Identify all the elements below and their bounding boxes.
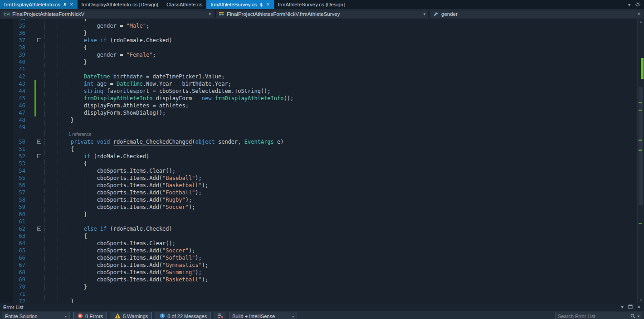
code-editor[interactable]: 34 {35 gender = "Male";36 }37− else if (… bbox=[0, 19, 644, 303]
code-line[interactable]: 67 cboSports.Items.Add("Gymnastics"); bbox=[0, 261, 637, 269]
line-number[interactable]: 51 bbox=[0, 145, 25, 153]
line-number[interactable]: 68 bbox=[0, 269, 25, 276]
code-line[interactable]: 49 bbox=[0, 124, 637, 131]
line-number[interactable]: 34 bbox=[0, 19, 25, 22]
pin-icon[interactable] bbox=[63, 3, 67, 7]
panel-menu-chevron-icon[interactable]: ▾ bbox=[621, 304, 624, 309]
code-line[interactable]: 62− else if (rdoFemale.Checked) bbox=[0, 225, 637, 232]
code-line[interactable]: 42 DateTime birthdate = dateTimePicker1.… bbox=[0, 73, 637, 80]
line-number[interactable]: 55 bbox=[0, 174, 25, 182]
code-line[interactable]: 39 gender = "Female"; bbox=[0, 51, 637, 58]
code-line[interactable]: 37− else if (rdoFemale.Checked) bbox=[0, 37, 637, 44]
line-number[interactable]: 69 bbox=[0, 276, 25, 283]
code-text[interactable]: if (rdoMale.Checked) bbox=[44, 153, 149, 160]
tab-frmDisplayAthleteInfo-cs-design[interactable]: frmDisplayAthleteInfo.cs [Design] bbox=[78, 0, 162, 9]
line-number[interactable]: 46 bbox=[0, 102, 25, 109]
code-text[interactable]: cboSports.Items.Add("Rugby"); bbox=[44, 196, 192, 203]
code-text[interactable]: frmDisplayAthleteInfo displayForm = new … bbox=[44, 95, 293, 102]
fold-marker[interactable]: − bbox=[37, 154, 41, 158]
codelens-row[interactable]: 1 reference bbox=[0, 131, 637, 138]
code-area[interactable]: 34 {35 gender = "Male";36 }37− else if (… bbox=[0, 19, 637, 303]
code-line[interactable]: 54 cboSports.Items.Clear(); bbox=[0, 167, 637, 174]
warnings-filter-button[interactable]: 5 Warnings bbox=[111, 312, 152, 319]
code-text[interactable]: cboSports.Items.Add("Softball"); bbox=[44, 254, 202, 261]
code-text[interactable]: displayForm.Athletes = athletes; bbox=[44, 102, 189, 109]
code-text[interactable]: cboSports.Items.Add("Baseball"); bbox=[44, 174, 202, 182]
code-line[interactable]: 71 bbox=[0, 290, 637, 298]
line-number[interactable]: 67 bbox=[0, 261, 25, 269]
type-dropdown[interactable]: FinalProjectAthletesFormNickV.frmAthlete… bbox=[215, 10, 429, 18]
code-text[interactable]: gender = "Male"; bbox=[44, 22, 149, 29]
code-line[interactable]: 48 } bbox=[0, 116, 637, 124]
line-number[interactable]: 72 bbox=[0, 298, 25, 303]
code-text[interactable]: else if (rdoFemale.Checked) bbox=[44, 37, 172, 44]
line-number[interactable]: 40 bbox=[0, 58, 25, 66]
line-number[interactable]: 36 bbox=[0, 29, 25, 37]
code-line[interactable]: 35 gender = "Male"; bbox=[0, 22, 637, 29]
code-line[interactable]: 69 cboSports.Items.Add("Basketball"); bbox=[0, 276, 637, 283]
code-text[interactable]: DateTime birthdate = dateTimePicker1.Val… bbox=[44, 73, 224, 80]
code-line[interactable]: 43 int age = DateTime.Now.Year - birthda… bbox=[0, 80, 637, 87]
close-panel-icon[interactable]: ✕ bbox=[637, 304, 641, 309]
code-line[interactable]: 60 } bbox=[0, 211, 637, 218]
line-number[interactable]: 65 bbox=[0, 247, 25, 254]
code-line[interactable]: 34 { bbox=[0, 19, 637, 22]
code-text[interactable]: private void rdoFemale_CheckedChanged(ob… bbox=[44, 138, 283, 145]
code-line[interactable]: 53 { bbox=[0, 160, 637, 167]
code-text[interactable]: cboSports.Items.Add("Swimming"); bbox=[44, 269, 202, 276]
clear-filter-button[interactable] bbox=[215, 312, 225, 319]
code-text[interactable]: } bbox=[44, 298, 74, 303]
line-number[interactable]: 58 bbox=[0, 196, 25, 203]
line-number[interactable]: 71 bbox=[0, 290, 25, 298]
fold-marker[interactable]: − bbox=[37, 38, 41, 42]
member-dropdown[interactable]: gender ▾ bbox=[430, 10, 643, 18]
line-number[interactable]: 61 bbox=[0, 218, 25, 225]
line-number[interactable]: 35 bbox=[0, 22, 25, 29]
line-number[interactable]: 49 bbox=[0, 124, 25, 131]
code-text[interactable]: } bbox=[44, 283, 87, 290]
filter-source-dropdown[interactable]: Build + IntelliSense ▾ bbox=[229, 312, 297, 319]
line-number[interactable]: 64 bbox=[0, 240, 25, 247]
line-number[interactable]: 41 bbox=[0, 66, 25, 73]
code-text[interactable]: { bbox=[44, 232, 87, 240]
code-line[interactable]: 59 cboSports.Items.Add("Soccer"); bbox=[0, 203, 637, 211]
pin-icon[interactable] bbox=[259, 3, 263, 7]
line-number[interactable]: 47 bbox=[0, 109, 25, 116]
code-text[interactable]: cboSports.Items.Add("Soccer"); bbox=[44, 247, 195, 254]
scroll-up-icon[interactable]: ▴ bbox=[638, 19, 644, 24]
code-text[interactable]: gender = "Female"; bbox=[44, 51, 156, 58]
line-number[interactable]: 63 bbox=[0, 232, 25, 240]
search-error-list-input[interactable] bbox=[558, 314, 629, 319]
project-dropdown[interactable]: C# FinalProjectAthletesFormNickV ▾ bbox=[1, 10, 214, 18]
code-text[interactable]: cboSports.Items.Add("Football"); bbox=[44, 189, 202, 196]
tab-frmAthleteSurvey-cs[interactable]: frmAthleteSurvey.cs ✕ bbox=[206, 0, 274, 9]
code-line[interactable]: 50− private void rdoFemale_CheckedChange… bbox=[0, 138, 637, 145]
code-line[interactable]: 64 cboSports.Items.Clear(); bbox=[0, 240, 637, 247]
line-number[interactable]: 59 bbox=[0, 203, 25, 211]
search-options-chevron-icon[interactable]: ▾ bbox=[637, 314, 639, 319]
line-number[interactable]: 66 bbox=[0, 254, 25, 261]
scrollbar-thumb[interactable] bbox=[639, 87, 643, 205]
code-line[interactable]: 68 cboSports.Items.Add("Swimming"); bbox=[0, 269, 637, 276]
code-line[interactable]: 72 } bbox=[0, 298, 637, 303]
code-text[interactable]: cboSports.Items.Add("Basketball"); bbox=[44, 182, 208, 189]
line-number[interactable]: 56 bbox=[0, 182, 25, 189]
line-number[interactable]: 52 bbox=[0, 153, 25, 160]
code-text[interactable]: else if (rdoFemale.Checked) bbox=[44, 225, 172, 232]
line-number[interactable]: 57 bbox=[0, 189, 25, 196]
line-number[interactable]: 38 bbox=[0, 44, 25, 51]
close-icon[interactable]: ✕ bbox=[266, 3, 270, 7]
code-line[interactable]: 66 cboSports.Items.Add("Softball"); bbox=[0, 254, 637, 261]
code-text[interactable]: { bbox=[44, 44, 87, 51]
code-line[interactable]: 58 cboSports.Items.Add("Rugby"); bbox=[0, 196, 637, 203]
line-number[interactable]: 37 bbox=[0, 37, 25, 44]
code-line[interactable]: 56 cboSports.Items.Add("Basketball"); bbox=[0, 182, 637, 189]
code-text[interactable]: displayForm.ShowDialog(); bbox=[44, 109, 166, 116]
fold-marker[interactable]: − bbox=[37, 140, 41, 144]
tab-frmDisplayAthleteInfo-cs[interactable]: frmDisplayAthleteInfo.cs ✕ bbox=[0, 0, 78, 9]
code-text[interactable]: } bbox=[44, 116, 74, 124]
line-number[interactable]: 54 bbox=[0, 167, 25, 174]
line-number[interactable]: 42 bbox=[0, 73, 25, 80]
code-text[interactable]: } bbox=[44, 211, 87, 218]
code-line[interactable]: 52− if (rdoMale.Checked) bbox=[0, 153, 637, 160]
